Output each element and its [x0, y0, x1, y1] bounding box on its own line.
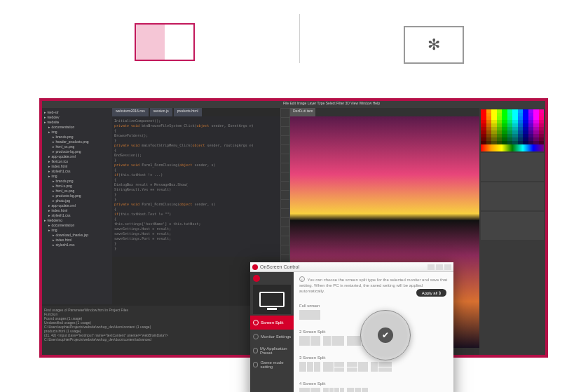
- tree-item[interactable]: ▸ documentation: [44, 125, 110, 130]
- tool-button[interactable]: [281, 145, 289, 154]
- tool-button[interactable]: [281, 236, 289, 245]
- tool-button[interactable]: [281, 200, 289, 208]
- osc-menu-item[interactable]: Game mode setting: [250, 358, 294, 372]
- image-editor-menubar[interactable]: File Edit Image Layer Type Select Filter…: [280, 101, 545, 108]
- code-line: private void Form1_FormClosing(object se…: [114, 202, 278, 207]
- apply-all-button[interactable]: Apply all ⟫: [416, 289, 446, 297]
- tree-item[interactable]: ▸ img: [44, 228, 110, 233]
- divider: [299, 14, 300, 63]
- tool-button[interactable]: [281, 227, 289, 236]
- code-line: }: [114, 158, 278, 163]
- tree-item[interactable]: ▸ index.html: [44, 208, 110, 213]
- tree-item[interactable]: ▸ html-s.png: [44, 184, 110, 189]
- tree-item[interactable]: ▸ web-str: [44, 110, 110, 115]
- monitor-frame: ▸ web-str▸ webdev▸ website▸ documentatio…: [39, 98, 548, 358]
- tree-item[interactable]: ▸ app-update.xml: [44, 154, 110, 159]
- tree-item[interactable]: ▸ download_thanks.jsp: [44, 233, 110, 238]
- layout-option[interactable]: [323, 388, 344, 392]
- tree-item[interactable]: ▸ documentation: [44, 223, 110, 228]
- editor-tab[interactable]: session.js: [150, 108, 172, 116]
- info-icon: i: [299, 276, 305, 282]
- minimize-button[interactable]: [428, 264, 435, 270]
- panel[interactable]: [481, 182, 544, 210]
- tool-button[interactable]: [281, 182, 289, 190]
- menu-icon: [253, 334, 259, 339]
- tree-item[interactable]: ▸ website: [44, 120, 110, 125]
- code-line: private void Form1_FormClosing(object se…: [114, 163, 278, 168]
- tool-button[interactable]: [281, 191, 289, 199]
- tree-item[interactable]: ▸ stylesh1.css: [44, 243, 110, 248]
- find-usages-panel[interactable]: Find usages of ParameterWindow.html in P…: [42, 306, 280, 355]
- tree-item[interactable]: ▸ index.html: [44, 164, 110, 169]
- tool-button[interactable]: [281, 127, 289, 135]
- layout-option[interactable]: [371, 362, 392, 372]
- tool-button[interactable]: [281, 218, 289, 227]
- code-line: {: [114, 128, 278, 133]
- layout-option[interactable]: [299, 388, 320, 392]
- code-line: private void mainToolStripMenu_Click(obj…: [114, 143, 278, 148]
- check-icon: ✔: [378, 327, 393, 343]
- osc-menu-item[interactable]: My Application Preset: [250, 344, 294, 358]
- code-line: DialogBox result = MessageBox.Show(: [114, 182, 278, 187]
- editor-tab[interactable]: products.html: [174, 108, 202, 116]
- layout-option[interactable]: [323, 362, 344, 372]
- tree-item[interactable]: ▸ stylesh1.css: [44, 213, 110, 218]
- project-tree[interactable]: ▸ web-str▸ webdev▸ website▸ documentatio…: [42, 108, 112, 304]
- tool-button[interactable]: [281, 245, 289, 254]
- tree-item[interactable]: ▸ stylesh1.css: [44, 169, 110, 174]
- tree-item[interactable]: ▸ index.html: [44, 238, 110, 243]
- tree-item[interactable]: ▸ webdemo: [44, 218, 110, 223]
- code-line: }: [114, 197, 278, 202]
- usage-line[interactable]: C:\Users\sophie\Projects\website\wshop_d…: [44, 337, 278, 342]
- panel[interactable]: [481, 212, 544, 240]
- code-line: {: [114, 217, 278, 222]
- layout-option[interactable]: [299, 336, 320, 346]
- osc-menu-item[interactable]: Screen Split: [250, 316, 294, 330]
- tree-item[interactable]: ▸ html_xs.png: [44, 144, 110, 149]
- maximize-button[interactable]: [436, 264, 443, 270]
- tree-item[interactable]: ▸ img: [44, 174, 110, 179]
- tree-item[interactable]: ▸ favicon.ico: [44, 159, 110, 164]
- code-editor[interactable]: InitializeComponent();private void btnBr…: [112, 116, 280, 257]
- tool-button[interactable]: [281, 154, 289, 163]
- code-line: if(this.txtHost != ...): [114, 173, 278, 177]
- tool-button[interactable]: [281, 173, 289, 181]
- tree-item[interactable]: ▸ products-bg.png: [44, 194, 110, 198]
- osc-menu-item[interactable]: Monitor Settings: [250, 330, 294, 344]
- osc-content: i You can choose the screen split type f…: [294, 272, 453, 392]
- close-button[interactable]: [444, 264, 451, 270]
- tool-button[interactable]: [281, 136, 289, 144]
- app-icon: [252, 264, 258, 270]
- tool-button[interactable]: [281, 163, 289, 172]
- code-line: saveSettings.Host = result;: [114, 227, 278, 231]
- tree-item[interactable]: ▸ brands.png: [44, 135, 110, 140]
- osc-titlebar[interactable]: OnScreen Control: [250, 262, 453, 272]
- code-line: }: [114, 246, 278, 251]
- tree-item[interactable]: ▸ html_xs.png: [44, 189, 110, 194]
- tree-item[interactable]: ▸ img: [44, 130, 110, 135]
- split-screen-toggle[interactable]: [135, 23, 195, 61]
- tree-item[interactable]: ▸ brands.png: [44, 179, 110, 184]
- tree-item[interactable]: ▸ products-bg.png: [44, 149, 110, 154]
- swatches-panel[interactable]: [481, 109, 544, 151]
- layout-option[interactable]: [299, 310, 320, 320]
- code-line: }: [114, 192, 278, 197]
- tree-item[interactable]: ▸ app-update.xml: [44, 203, 110, 208]
- layout-option[interactable]: [323, 336, 344, 346]
- editor-tab[interactable]: webstorm2016.css: [112, 108, 149, 116]
- loading-toggle[interactable]: ✻: [404, 26, 464, 64]
- layout-option[interactable]: [347, 388, 368, 392]
- layout-option[interactable]: [299, 362, 320, 372]
- tree-item[interactable]: ▸ webdev: [44, 115, 110, 120]
- tool-button[interactable]: [281, 209, 289, 217]
- tool-button[interactable]: [281, 109, 289, 117]
- code-line: BrowseFolders();: [114, 133, 278, 138]
- tool-button[interactable]: [281, 118, 289, 126]
- panel[interactable]: [481, 153, 544, 181]
- tree-item[interactable]: ▸ photo.jpg: [44, 198, 110, 203]
- loading-icon: ✻: [428, 36, 440, 54]
- editor-tabs: webstorm2016.csssession.jsproducts.html: [112, 108, 202, 116]
- tree-item[interactable]: ▸ header_products.png: [44, 140, 110, 144]
- document-tab[interactable]: DocFu.ti tem: [290, 108, 315, 116]
- layout-option[interactable]: [347, 362, 368, 372]
